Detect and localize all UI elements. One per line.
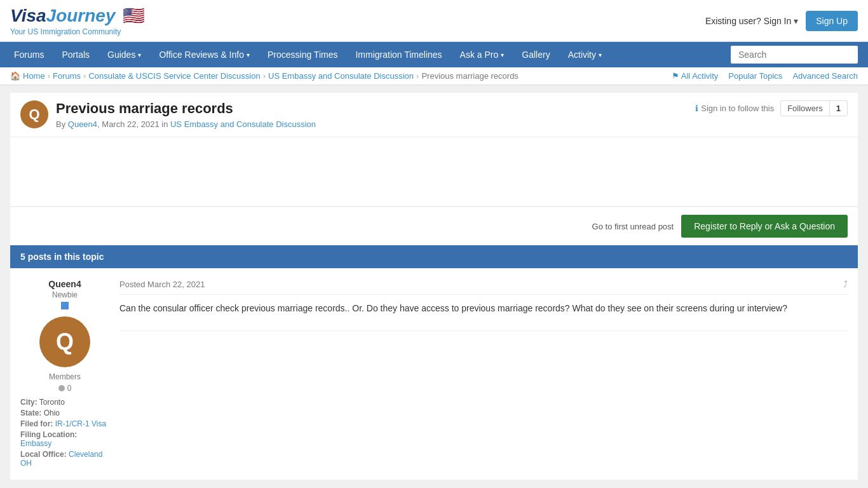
ask-pro-chevron: ▾ bbox=[501, 51, 504, 58]
ad-space bbox=[10, 137, 858, 207]
post-body: Can the consular officer check previous … bbox=[119, 301, 848, 315]
logo-tagline: Your US Immigration Community bbox=[10, 27, 145, 36]
post-author-col: Queen4 Newbie Q Members 0 City: Toronto … bbox=[20, 279, 109, 470]
register-reply-button[interactable]: Register to Reply or Ask a Question bbox=[681, 215, 848, 238]
table-row: Queen4 Newbie Q Members 0 City: Toronto … bbox=[10, 269, 858, 480]
author-filing-location: Filing Location: Embassy bbox=[20, 430, 109, 448]
nav-processing-times[interactable]: Processing Times bbox=[259, 42, 346, 67]
go-first-unread-link[interactable]: Go to first unread post bbox=[592, 222, 674, 231]
nav-ask-a-pro[interactable]: Ask a Pro ▾ bbox=[451, 42, 513, 67]
post-separator bbox=[119, 330, 848, 331]
author-city: City: Toronto bbox=[20, 398, 109, 407]
rank-icon bbox=[61, 302, 69, 309]
flag-icon: 🇺🇸 bbox=[123, 5, 145, 26]
share-icon[interactable]: ⤴ bbox=[843, 279, 848, 289]
logo-journey: Journey bbox=[46, 6, 116, 25]
topic-title: Previous marriage records bbox=[56, 100, 688, 117]
secondary-nav: 🏠 Home › Forums › Consulate & USCIS Serv… bbox=[0, 67, 868, 85]
existing-user-link[interactable]: Existing user? Sign In ▾ bbox=[705, 16, 798, 26]
action-row: Go to first unread post Register to Repl… bbox=[10, 207, 858, 245]
existing-user-text: Existing user? Sign In bbox=[705, 16, 791, 26]
search-input[interactable] bbox=[731, 46, 858, 64]
topic-info: Previous marriage records By Queen4, Mar… bbox=[56, 100, 688, 129]
author-rank: Newbie bbox=[20, 290, 109, 299]
activity-chevron: ▾ bbox=[599, 51, 602, 58]
info-icon: ℹ bbox=[695, 104, 698, 113]
nav-gallery[interactable]: Gallery bbox=[513, 42, 559, 67]
nav-portals[interactable]: Portals bbox=[53, 42, 98, 67]
breadcrumb-current: Previous marriage records bbox=[421, 71, 518, 81]
nav-immigration-timelines[interactable]: Immigration Timelines bbox=[346, 42, 451, 67]
post-content-col: Posted March 22, 2021 ⤴ Can the consular… bbox=[119, 279, 848, 470]
author-filing-link[interactable]: Embassy bbox=[20, 439, 51, 448]
topic-meta: By Queen4, March 22, 2021 in US Embassy … bbox=[56, 119, 688, 129]
home-icon: 🏠 bbox=[10, 71, 20, 81]
topic-date: March 22, 2021 bbox=[102, 119, 159, 129]
author-filed-for: Filed for: IR-1/CR-1 Visa bbox=[20, 419, 109, 428]
author-filed-link[interactable]: IR-1/CR-1 Visa bbox=[55, 419, 106, 428]
advanced-search-link[interactable]: Advanced Search bbox=[792, 71, 858, 81]
header-right: Existing user? Sign In ▾ Sign Up bbox=[705, 11, 858, 31]
author-name[interactable]: Queen4 bbox=[20, 279, 109, 289]
breadcrumb-us-embassy[interactable]: US Embassy and Consulate Discussion bbox=[268, 71, 414, 81]
secondary-right-links: ⚑ All Activity Popular Topics Advanced S… bbox=[672, 71, 858, 81]
followers-label: Followers bbox=[781, 101, 830, 116]
main-content: Q Previous marriage records By Queen4, M… bbox=[0, 85, 868, 488]
breadcrumb: 🏠 Home › Forums › Consulate & USCIS Serv… bbox=[10, 71, 519, 81]
author-role: Members bbox=[20, 372, 109, 381]
main-nav: Forums Portals Guides ▾ Office Reviews &… bbox=[0, 42, 868, 67]
all-activity-link[interactable]: ⚑ All Activity bbox=[672, 71, 718, 81]
author-reputation: 0 bbox=[20, 384, 109, 393]
topic-header: Q Previous marriage records By Queen4, M… bbox=[10, 93, 858, 137]
site-header: VisaJourney 🇺🇸 Your US Immigration Commu… bbox=[0, 0, 868, 42]
author-state: State: Ohio bbox=[20, 409, 109, 417]
avatar: Q bbox=[39, 316, 90, 367]
breadcrumb-consulate[interactable]: Consulate & USCIS Service Center Discuss… bbox=[88, 71, 260, 81]
post-date: Posted March 22, 2021 bbox=[119, 280, 205, 289]
nav-office-reviews[interactable]: Office Reviews & Info ▾ bbox=[150, 42, 259, 67]
guides-chevron: ▾ bbox=[138, 51, 141, 58]
office-reviews-chevron: ▾ bbox=[247, 51, 250, 58]
post-header: Posted March 22, 2021 ⤴ bbox=[119, 279, 848, 295]
flag-small-icon: ⚑ bbox=[672, 71, 679, 81]
topic-follow-area: ℹ Sign in to follow this Followers 1 bbox=[695, 100, 848, 116]
posts-count-bar: 5 posts in this topic bbox=[10, 245, 858, 268]
sign-in-follow[interactable]: ℹ Sign in to follow this bbox=[695, 104, 774, 113]
breadcrumb-home[interactable]: Home bbox=[23, 71, 45, 81]
breadcrumb-forums[interactable]: Forums bbox=[53, 71, 81, 81]
topic-author-link[interactable]: Queen4 bbox=[68, 119, 97, 129]
signup-button[interactable]: Sign Up bbox=[806, 11, 858, 31]
nav-guides[interactable]: Guides ▾ bbox=[98, 42, 150, 67]
followers-badge: Followers 1 bbox=[780, 100, 848, 116]
author-rep-value: 0 bbox=[67, 384, 72, 393]
nav-forums[interactable]: Forums bbox=[5, 42, 53, 67]
nav-activity[interactable]: Activity ▾ bbox=[559, 42, 611, 67]
rep-dot-icon bbox=[58, 385, 65, 391]
author-local-office: Local Office: Cleveland OH bbox=[20, 450, 109, 468]
followers-count: 1 bbox=[830, 101, 847, 116]
logo-visa: Visa bbox=[10, 6, 46, 25]
popular-topics-link[interactable]: Popular Topics bbox=[728, 71, 782, 81]
post-container: Queen4 Newbie Q Members 0 City: Toronto … bbox=[10, 268, 858, 480]
topic-forum-link[interactable]: US Embassy and Consulate Discussion bbox=[170, 119, 316, 129]
logo[interactable]: VisaJourney 🇺🇸 Your US Immigration Commu… bbox=[10, 5, 145, 36]
topic-author-avatar-small: Q bbox=[20, 100, 48, 128]
